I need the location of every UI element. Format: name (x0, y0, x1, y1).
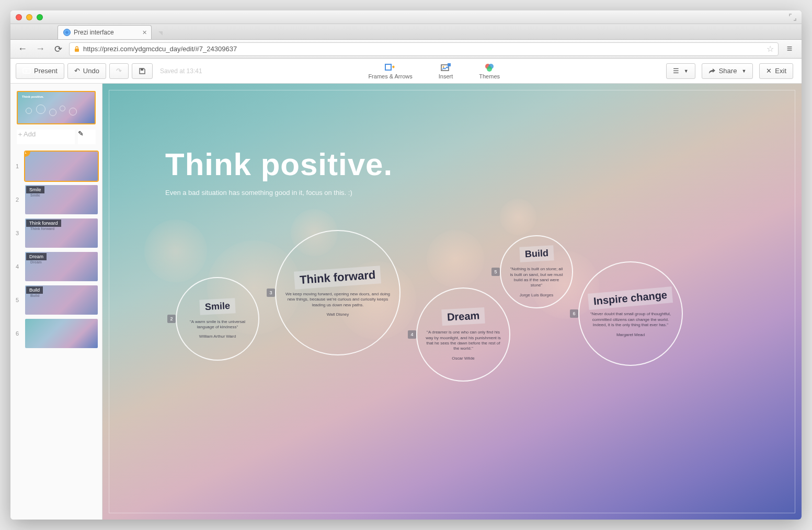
overview-thumbnail[interactable]: Think positive. (17, 91, 96, 124)
add-label: Add (24, 130, 36, 138)
path-item[interactable]: 4 DreamDream (10, 250, 102, 283)
bubble-number: 4 (408, 330, 416, 339)
settings-icon: ☰ (673, 67, 679, 75)
svg-point-9 (487, 66, 492, 72)
share-label: Share (719, 67, 737, 75)
svg-rect-0 (75, 49, 79, 52)
bubble-title: Smile (199, 298, 235, 315)
path-item[interactable]: 1 1 (10, 149, 102, 183)
bubble-number: 2 (167, 315, 176, 323)
bubble-quote: We keep moving forward, opening new door… (276, 292, 399, 308)
path-thumb[interactable]: BuildBuild (25, 285, 98, 315)
path-number: 3 (13, 230, 22, 236)
present-label: Present (34, 67, 58, 75)
saved-status: Saved at 13:41 (160, 67, 202, 75)
undo-button[interactable]: ↶ Undo (67, 63, 106, 79)
window-expand-icon[interactable] (789, 14, 796, 21)
bubble-smile[interactable]: 2 Smile "A warm smile is the universal l… (176, 277, 259, 361)
bubble-author: Margaret Mead (616, 332, 645, 337)
bubble-quote: "Never doubt that small group of thought… (579, 312, 682, 328)
path-number: 1 (13, 163, 22, 169)
svg-rect-2 (141, 68, 143, 71)
new-tab-button[interactable] (155, 28, 166, 39)
present-icon (22, 68, 31, 74)
undo-label: Undo (83, 67, 99, 75)
svg-rect-6 (448, 63, 451, 66)
bubble-title: Think forward (294, 266, 381, 289)
bubble-dream[interactable]: 4 Dream "A dreamer is one who can only f… (416, 287, 510, 382)
browser-tabstrip: Prezi interface ✕ (10, 24, 802, 40)
path-thumb[interactable] (25, 319, 98, 348)
exit-label: Exit (775, 67, 786, 75)
bubble-author: William Arthur Ward (199, 334, 236, 339)
main-area: Think positive. ＋Add ✎ 1 1 2 (10, 84, 802, 520)
bubble-number: 6 (570, 309, 578, 318)
nav-forward-button[interactable]: → (33, 42, 47, 56)
browser-window: Prezi interface ✕ ← → ⟳ https://prezi.co… (10, 10, 802, 520)
title-block[interactable]: Think positive. Even a bad situation has… (165, 146, 393, 197)
overview-mini-title: Think positive. (22, 95, 44, 98)
toolbar-center: Frames & Arrows Insert Themes (368, 63, 500, 79)
add-path-button[interactable]: ＋Add (17, 130, 75, 144)
tab-close-icon[interactable]: ✕ (142, 29, 147, 36)
window-maximize-button[interactable] (37, 14, 43, 20)
canvas-title: Think positive. (165, 146, 393, 182)
url-text: https://prezi.com/ydgmcdcu_day/edit/#7_2… (83, 45, 237, 53)
path-sidebar: Think positive. ＋Add ✎ 1 1 2 (10, 84, 102, 520)
bubble-quote: "Nothing is built on stone; all is built… (501, 267, 572, 289)
pencil-icon: ✎ (78, 130, 84, 137)
path-number: 2 (13, 197, 22, 203)
browser-menu-button[interactable]: ≡ (783, 42, 796, 56)
frames-arrows-button[interactable]: Frames & Arrows (368, 63, 412, 79)
path-number: 6 (13, 330, 22, 337)
frames-icon (385, 63, 396, 72)
bubble-build[interactable]: 5 Build "Nothing is built on stone; all … (500, 235, 573, 308)
canvas[interactable]: Think positive. Even a bad situation has… (102, 84, 802, 520)
path-thumb[interactable]: DreamDream (25, 252, 98, 281)
path-item[interactable]: 2 SmileSmile (10, 183, 102, 216)
path-number: 4 (13, 263, 22, 270)
browser-tab[interactable]: Prezi interface ✕ (58, 25, 152, 39)
window-close-button[interactable] (16, 14, 22, 20)
undo-arrow-icon: ↶ (74, 67, 80, 75)
tab-favicon (63, 29, 71, 36)
path-thumb[interactable]: 1 (25, 152, 98, 181)
edit-path-button[interactable]: ✎ (78, 130, 96, 144)
path-thumb[interactable]: SmileSmile (25, 185, 98, 214)
path-item[interactable]: 6 (10, 317, 102, 350)
selected-badge: 1 (25, 152, 30, 157)
chevron-down-icon: ▼ (741, 68, 746, 74)
bookmark-star-icon[interactable]: ☆ (767, 44, 774, 54)
settings-button[interactable]: ☰▼ (666, 63, 695, 79)
bubble-title: Inspire change (588, 286, 673, 310)
window-minimize-button[interactable] (26, 14, 32, 20)
path-item[interactable]: 5 BuildBuild (10, 283, 102, 317)
path-item[interactable]: 3 Think forwardThink forward (10, 216, 102, 250)
path-thumb[interactable]: Think forwardThink forward (25, 218, 98, 248)
redo-arrow-icon: ↷ (116, 67, 122, 75)
themes-button[interactable]: Themes (479, 63, 500, 79)
chevron-down-icon: ▼ (684, 68, 689, 74)
redo-button[interactable]: ↷ (109, 63, 129, 79)
bubble-number: 5 (491, 268, 500, 276)
share-icon (708, 68, 716, 74)
insert-button[interactable]: Insert (439, 63, 453, 79)
traffic-lights (16, 14, 43, 20)
save-button[interactable] (132, 63, 153, 79)
browser-url-bar: ← → ⟳ https://prezi.com/ydgmcdcu_day/edi… (10, 40, 802, 59)
nav-back-button[interactable]: ← (16, 42, 29, 56)
bubble-think-forward[interactable]: 3 Think forward We keep moving forward, … (275, 230, 401, 355)
frames-label: Frames & Arrows (368, 73, 412, 79)
exit-button[interactable]: ✕ Exit (759, 63, 793, 79)
nav-reload-button[interactable]: ⟳ (51, 42, 65, 56)
thumb-label: Smile (26, 186, 44, 193)
present-button[interactable]: Present (16, 63, 64, 79)
themes-label: Themes (479, 73, 500, 79)
bubble-title: Dream (441, 307, 485, 326)
url-field[interactable]: https://prezi.com/ydgmcdcu_day/edit/#7_2… (69, 42, 779, 56)
share-button[interactable]: Share ▼ (702, 63, 753, 79)
bubble-inspire-change[interactable]: 6 Inspire change "Never doubt that small… (578, 261, 683, 366)
close-icon: ✕ (766, 67, 772, 75)
insert-label: Insert (439, 73, 453, 79)
save-icon (139, 67, 146, 75)
